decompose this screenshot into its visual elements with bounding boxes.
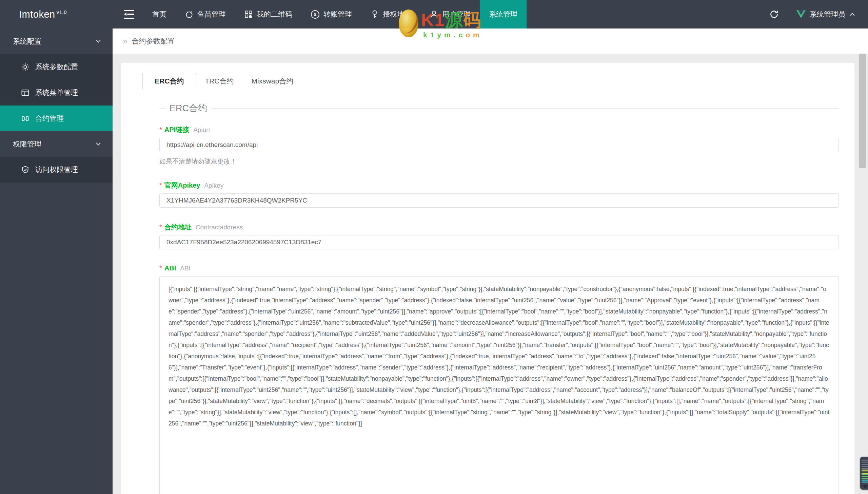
sidebar-group-label: 系统配置 bbox=[13, 37, 41, 46]
topbar: Imtokenv1.0 首页 鱼苗管理 我的二维码 ¥ bbox=[0, 0, 868, 28]
nav-label: 系统管理 bbox=[489, 10, 517, 19]
nav-item-transfer-management[interactable]: ¥ 转账管理 bbox=[301, 0, 361, 28]
field-label-en: ABI bbox=[180, 265, 191, 272]
nav-item-authorized-address[interactable]: 授权地址 bbox=[361, 0, 420, 28]
field-label-en: Apiurl bbox=[193, 126, 210, 134]
field-label-zh: 官网Apikey bbox=[164, 181, 200, 190]
sidebar-group-permission-management[interactable]: 权限管理 bbox=[0, 131, 113, 157]
svg-text:¥: ¥ bbox=[314, 12, 317, 17]
contract-icon bbox=[21, 114, 29, 123]
fish-clock-icon bbox=[185, 10, 194, 19]
tab-label: ERC合约 bbox=[155, 76, 184, 86]
field-apikey: * 官网Apikey Apikey bbox=[159, 181, 839, 208]
chevron-up-icon bbox=[849, 13, 855, 16]
widget-stripes-green bbox=[862, 474, 868, 479]
field-contract-address: * 合约地址 Contractaddress bbox=[159, 223, 839, 249]
field-label: * API链接 Apiurl bbox=[159, 125, 839, 134]
nav-item-my-qrcode[interactable]: 我的二维码 bbox=[235, 0, 301, 28]
app-logo: Imtokenv1.0 bbox=[0, 9, 113, 20]
api-url-input[interactable] bbox=[159, 138, 839, 152]
breadcrumb: » 合约参数配置 bbox=[113, 28, 868, 54]
current-user-name: 系统管理员 bbox=[810, 10, 845, 19]
field-abi: * ABI ABI [{"inputs":[{"internalType":"s… bbox=[159, 264, 839, 494]
hamburger-bar bbox=[127, 14, 134, 15]
sidebar-item-label: 系统菜单管理 bbox=[35, 88, 78, 97]
hamburger-arrow bbox=[124, 13, 126, 16]
field-label: * ABI ABI bbox=[159, 264, 839, 272]
main-content: ERC合约 TRC合约 Mixswap合约 ERC合约 * API链接 bbox=[113, 54, 868, 494]
contract-address-input[interactable] bbox=[159, 235, 839, 249]
field-api-url: * API链接 Apiurl 如果不清楚请勿随意更改！ bbox=[159, 125, 839, 166]
sidebar-group-label: 权限管理 bbox=[13, 139, 41, 149]
nav-label: 授权地址 bbox=[383, 10, 411, 19]
sidebar: 系统配置 系统参数配置 系统菜单管理 合约管理 权限管理 bbox=[0, 28, 113, 494]
sidebar-collapse-icon[interactable] bbox=[124, 10, 134, 19]
widget-arrow-down-icon bbox=[862, 485, 868, 489]
field-label-zh: ABI bbox=[164, 264, 176, 272]
nav-item-user-management[interactable]: 用户管理 bbox=[420, 0, 480, 28]
erc-contract-fieldset: ERC合约 * API链接 Apiurl 如果不清楚请勿随意更改！ * bbox=[159, 102, 839, 494]
yen-circle-icon: ¥ bbox=[311, 10, 320, 19]
required-asterisk: * bbox=[159, 182, 162, 189]
required-asterisk: * bbox=[159, 126, 162, 134]
fieldset-legend: ERC合约 bbox=[165, 102, 211, 114]
hamburger-bar bbox=[124, 18, 134, 19]
hamburger-mid bbox=[124, 13, 134, 16]
sidebar-item-system-param-config[interactable]: 系统参数配置 bbox=[0, 54, 113, 80]
browser-extension-widget[interactable] bbox=[860, 457, 868, 490]
field-label-en: Contractaddress bbox=[196, 224, 243, 231]
field-hint: 如果不清楚请勿随意更改！ bbox=[159, 157, 839, 166]
nav-label: 首页 bbox=[152, 10, 166, 19]
app-logo-text: Imtoken bbox=[19, 9, 55, 20]
vue-logo-icon bbox=[796, 10, 806, 18]
sidebar-item-label: 合约管理 bbox=[35, 114, 64, 123]
tab-trc-contract[interactable]: TRC合约 bbox=[196, 73, 242, 89]
content-card: ERC合约 TRC合约 Mixswap合约 ERC合约 * API链接 bbox=[121, 63, 854, 494]
abi-textarea[interactable]: [{"inputs":[{"internalType":"string","na… bbox=[159, 276, 839, 494]
breadcrumb-chevrons-icon: » bbox=[123, 37, 127, 45]
sidebar-submenu-system-config: 系统参数配置 系统菜单管理 合约管理 bbox=[0, 54, 113, 131]
tab-mixswap-contract[interactable]: Mixswap合约 bbox=[243, 73, 302, 89]
field-label: * 合约地址 Contractaddress bbox=[159, 223, 839, 232]
vertical-scrollbar-thumb[interactable] bbox=[859, 54, 866, 168]
tab-erc-contract[interactable]: ERC合约 bbox=[142, 73, 196, 89]
field-label-en: Apikey bbox=[204, 182, 223, 189]
widget-stripes-teal bbox=[862, 479, 868, 483]
menu-window-icon bbox=[21, 89, 29, 97]
app-version: v1.0 bbox=[57, 9, 67, 15]
nav-item-home[interactable]: 首页 bbox=[143, 0, 176, 28]
user-menu[interactable]: 系统管理员 bbox=[796, 10, 855, 19]
sidebar-item-contract-management[interactable]: 合约管理 bbox=[0, 106, 113, 131]
key-icon bbox=[370, 10, 379, 19]
sidebar-submenu-permission: 访问权限管理 bbox=[0, 157, 113, 183]
qrcode-icon bbox=[244, 10, 253, 19]
sidebar-item-system-menu-management[interactable]: 系统菜单管理 bbox=[0, 80, 113, 106]
refresh-icon[interactable] bbox=[769, 10, 779, 19]
nav-item-fry-management[interactable]: 鱼苗管理 bbox=[176, 0, 235, 28]
tab-label: TRC合约 bbox=[205, 76, 234, 86]
sidebar-item-access-permission-management[interactable]: 访问权限管理 bbox=[0, 157, 113, 183]
chevron-down-icon bbox=[96, 142, 101, 146]
chevron-down-icon bbox=[96, 39, 101, 43]
widget-stripes-yellow bbox=[862, 470, 868, 474]
required-asterisk: * bbox=[159, 223, 162, 231]
gear-icon bbox=[21, 63, 29, 71]
nav-label: 我的二维码 bbox=[257, 10, 292, 19]
app-root: Imtokenv1.0 首页 鱼苗管理 我的二维码 ¥ bbox=[0, 0, 868, 494]
sidebar-group-system-config[interactable]: 系统配置 bbox=[0, 28, 113, 54]
required-asterisk: * bbox=[159, 264, 162, 272]
sidebar-item-label: 系统参数配置 bbox=[35, 62, 78, 72]
widget-stripes-gray bbox=[862, 459, 868, 470]
topbar-right: 系统管理员 bbox=[769, 10, 868, 19]
nav-label: 用户管理 bbox=[442, 10, 471, 19]
hamburger-bar bbox=[124, 10, 134, 11]
top-nav: 首页 鱼苗管理 我的二维码 ¥ 转账管理 授权地址 用户管理 bbox=[143, 0, 527, 28]
apikey-input[interactable] bbox=[159, 193, 839, 208]
field-label-zh: API链接 bbox=[164, 125, 189, 134]
contract-tabs: ERC合约 TRC合约 Mixswap合约 bbox=[142, 73, 846, 89]
erc-contract-form: ERC合约 * API链接 Apiurl 如果不清楚请勿随意更改！ * bbox=[159, 102, 839, 494]
field-label-zh: 合约地址 bbox=[164, 223, 192, 232]
nav-item-system-management[interactable]: 系统管理 bbox=[480, 0, 527, 28]
nav-label: 转账管理 bbox=[323, 10, 352, 19]
user-icon bbox=[430, 10, 438, 19]
